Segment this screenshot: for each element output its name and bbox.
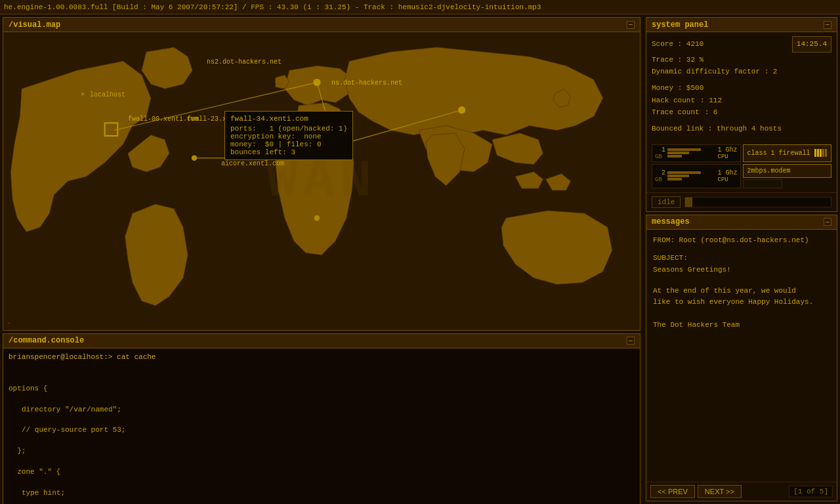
system-title: system panel: [652, 20, 708, 30]
visual-map-content: localhost ns2.dot-hackers.net ns.dot-hac…: [3, 32, 640, 330]
idle-progress: [684, 197, 831, 207]
tooltip-encryption: encryption key: none: [230, 133, 347, 140]
hw-ram-2-value: 2: [655, 169, 665, 177]
system-content: Score : 4210 14:25.4 Trace : 32 % Dynami…: [646, 32, 837, 144]
modem-section: 2mbps.modem: [743, 164, 832, 188]
firewall-label: class 1 firewall: [747, 150, 810, 157]
console-line-0: brianspencer@localhost:> cat cache: [9, 352, 635, 363]
hw-bars-2: [667, 171, 715, 180]
command-title: /command.console: [9, 336, 84, 345]
message-subject-label: SUBJECT:: [653, 253, 830, 264]
idle-label: idle: [652, 196, 681, 208]
modem-button[interactable]: 2mbps.modem: [743, 164, 832, 178]
command-header: /command.console —: [3, 334, 640, 348]
hw-cpu-1-label: CPU: [717, 154, 737, 160]
messages-minimize[interactable]: —: [824, 218, 831, 226]
hw-ram-1-unit: GB: [655, 154, 665, 160]
hw-ram-1-value: 1: [655, 146, 665, 154]
hw-cpu-2-label: CPU: [717, 177, 737, 183]
console-line-2: directory "/var/named";: [9, 405, 635, 415]
main-layout: /visual.map —: [0, 14, 840, 504]
bounced-label: Bounced link : through 4 hosts: [652, 123, 831, 135]
hw-bar-2a: [667, 171, 701, 174]
hw-ram-2-unit: GB: [655, 177, 665, 183]
hw-cpu-2-value: 1 Ghz: [717, 169, 737, 177]
next-button[interactable]: NEXT >>: [698, 485, 742, 498]
right-column: system panel — Score : 4210 14:25.4 Trac…: [643, 14, 840, 504]
messages-title: messages: [652, 217, 690, 226]
score-label: Score : 4210: [652, 38, 704, 51]
node-ns[interactable]: ns.dot-hackers.net: [331, 79, 402, 87]
console-line-3: // query-source port 53;: [9, 425, 635, 436]
visual-map-title: /visual.map: [9, 20, 60, 30]
system-panel: system panel — Score : 4210 14:25.4 Trac…: [646, 17, 837, 212]
hw-bar-1b: [667, 152, 689, 154]
firewall-indicator: [814, 149, 827, 157]
hw-cpu-1-value: 1 Ghz: [717, 146, 737, 154]
command-panel: /command.console — brianspencer@localhos…: [3, 333, 640, 504]
hw-bar-2b: [667, 175, 689, 177]
tooltip-money: money: $0 | files: 0: [230, 140, 347, 148]
trace-count-label: Trace count: [652, 106, 700, 119]
visual-map-minimize[interactable]: —: [627, 21, 635, 29]
tooltip-ports: ports: 1 (open/hacked: 1): [230, 125, 347, 133]
hw-bar-1a: [667, 148, 701, 151]
node-ns2[interactable]: ns2.dot-hackers.net: [207, 58, 282, 66]
visual-map-header: /visual.map —: [3, 18, 640, 32]
firewall-button[interactable]: class 1 firewall: [743, 144, 832, 162]
money-label: Money: [652, 84, 673, 92]
left-column: /visual.map —: [0, 14, 643, 504]
hw-ram-1: 1 GB 1 Ghz CPU: [652, 144, 741, 162]
hw-bar-1c: [667, 155, 682, 158]
hw-bar-2c: [667, 178, 682, 180]
console-line-4: };: [9, 446, 635, 457]
difficulty-label: Dynamic difficulty factor : 2: [652, 66, 831, 78]
map-tooltip: fwall-34.xenti.com ports: 1 (open/hacked…: [224, 111, 353, 160]
console-line-6: type hint;: [9, 488, 635, 499]
prev-button[interactable]: << PREV: [650, 485, 695, 498]
money-value: : $500: [678, 84, 704, 92]
system-minimize[interactable]: —: [824, 21, 831, 29]
visual-map-panel: /visual.map —: [3, 17, 640, 331]
idle-section: idle: [646, 192, 837, 211]
svg-point-13: [313, 79, 320, 86]
hw-bars-1: [667, 148, 715, 158]
command-minimize[interactable]: —: [627, 337, 635, 345]
message-subject-text: Seasons Greetings!: [653, 264, 830, 276]
title-bar: he.engine-1.00.0083.full [Build : May 6 …: [0, 0, 840, 14]
messages-header: messages —: [646, 215, 837, 230]
modem-label: 2mbps.modem: [747, 167, 791, 175]
messages-content: FROM: Root (root@ns.dot-hackers.net) SUB…: [646, 230, 837, 482]
console-line-5: zone "." {: [9, 467, 635, 478]
console-line-1: options {: [9, 384, 635, 394]
messages-footer: << PREV NEXT >> [1 of 5]: [646, 482, 837, 501]
node-localhost[interactable]: localhost: [81, 91, 125, 98]
hardware-grid: 1 GB 1 Ghz CPU class 1 firewall: [646, 144, 837, 192]
svg-point-15: [192, 156, 197, 161]
message-body: At the end of this year, we would like t…: [653, 285, 830, 331]
world-map-svg: [3, 32, 640, 330]
hw-ram-2: 2 GB 1 Ghz CPU: [652, 164, 741, 188]
svg-point-18: [314, 215, 320, 220]
svg-point-14: [458, 106, 465, 114]
system-header: system panel —: [646, 18, 837, 32]
map-corner-label: -: [7, 319, 11, 327]
page-indicator: [1 of 5]: [789, 486, 833, 497]
message-from: FROM: Root (root@ns.dot-hackers.net): [653, 235, 830, 247]
timestamp: 14:25.4: [792, 36, 831, 52]
command-content[interactable]: brianspencer@localhost:> cat cache optio…: [3, 348, 640, 504]
tooltip-bounces: bounces left: 3: [230, 148, 347, 156]
messages-panel: messages — FROM: Root (root@ns.dot-hacke…: [646, 215, 837, 501]
node-aicore[interactable]: aicore.xenti.com: [221, 160, 284, 167]
hack-count-value: : 112: [700, 94, 722, 107]
tooltip-title: fwall-34.xenti.com: [230, 115, 347, 123]
console-text: brianspencer@localhost:> cat cache optio…: [3, 348, 640, 504]
modem-bar: [743, 179, 782, 188]
idle-fill: [685, 198, 692, 207]
title-text: he.engine-1.00.0083.full [Build : May 6 …: [4, 3, 541, 11]
trace-count-value: : 6: [705, 106, 718, 119]
trace-label: Trace : 32 %: [652, 54, 831, 66]
map-container: localhost ns2.dot-hackers.net ns.dot-hac…: [3, 32, 640, 330]
hack-count-label: Hack count: [652, 94, 695, 107]
